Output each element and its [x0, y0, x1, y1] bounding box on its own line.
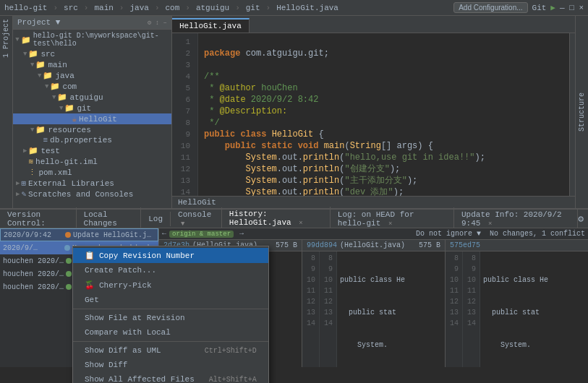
ctx-compare-local[interactable]: Compare with Local [73, 325, 268, 340]
tree-item-hellgit-class[interactable]: ▶ ☕ HelloGit [13, 113, 171, 124]
chevron-down-icon: ▼ [30, 61, 34, 69]
tab-console[interactable]: Console ▼ [171, 207, 222, 231]
diff-code-2[interactable]: public class He public stat System. Syst… [337, 251, 445, 367]
tree-item-ext-libs[interactable]: ▶ ⊞ External Libraries [13, 178, 171, 189]
top-nav-src[interactable]: src [64, 4, 78, 12]
chevron-right-icon: ▶ [16, 179, 20, 187]
ctx-show-diff-uml[interactable]: Show Diff as UML Ctrl+Shift+D [73, 343, 268, 358]
tree-label: main [48, 61, 67, 69]
folder-icon: 📁 [57, 92, 67, 102]
tree-item-test[interactable]: ▶ 📁 test [13, 145, 171, 156]
top-nav-com[interactable]: com [165, 4, 179, 12]
tree-label: com [62, 82, 77, 91]
bottom-right: ⚙ [578, 213, 588, 225]
tree-item-java[interactable]: ▼ 📁 java [13, 70, 171, 81]
ctx-get[interactable]: Get [73, 293, 268, 307]
tree-item-resources[interactable]: ▼ 📁 resources [13, 124, 171, 135]
tree-item-pomxml[interactable]: ▶ ⋮ pom.xml [13, 167, 171, 178]
diff-panel-3-header: 575ed75 [446, 240, 588, 251]
tree-item-scratches[interactable]: ▶ ✎ Scratches and Consoles [13, 189, 171, 199]
tab-update-info[interactable]: Update Info: 2020/9/2 9:45 × [454, 207, 578, 231]
tree-label: test [41, 147, 59, 155]
vcs-date: 2020/9/… [3, 244, 62, 252]
window-controls[interactable]: — □ × [560, 4, 584, 12]
vcs-row-1[interactable]: 2020/9/9:42 Update HelloGit.java [0, 228, 158, 241]
vcs-dot [66, 271, 72, 277]
git-label[interactable]: Git [532, 4, 547, 12]
java-icon: ☕ [72, 114, 77, 124]
tree-item-git[interactable]: ▼ 📁 git [13, 103, 171, 113]
vcs-dot [64, 245, 70, 251]
tree-item-iml[interactable]: ▶ ≋ hello-git.iml [13, 156, 171, 167]
project-icon[interactable]: 1 Project [2, 19, 10, 58]
tree-label: src [41, 50, 55, 59]
diff-code-3[interactable]: public class He public stat System. Syst… [480, 251, 588, 367]
top-nav-atguigu[interactable]: atguigu [196, 4, 229, 12]
tab-log-head[interactable]: Log: on HEAD for hello-git × [331, 207, 454, 231]
diff-panel-2-content: 891011121314 891011121314 public class H… [302, 251, 445, 367]
editor-scrollbar[interactable] [569, 33, 575, 196]
ctx-cherry-pick[interactable]: 🍒 Cherry-Pick [73, 277, 268, 293]
tree-item-main[interactable]: ▼ 📁 main [13, 59, 171, 70]
tab-version-control[interactable]: Version Control: [0, 207, 77, 231]
tree-label: resources [48, 126, 90, 134]
editor-tab-hellgit[interactable]: HelloGit.java [172, 18, 250, 33]
copy-icon: 📋 [85, 251, 95, 260]
top-nav-git[interactable]: git [246, 4, 260, 12]
folder-icon: 📁 [50, 82, 60, 91]
sidebar-header: Project ▼ ⚙ ↕ – [13, 16, 171, 30]
top-nav-hellgit[interactable]: hello-git [4, 4, 47, 12]
cherry-icon: 🍒 [85, 280, 95, 290]
arrow-right-icon[interactable]: → [239, 230, 244, 238]
code-content[interactable]: package com.atguigu.git; /** * @author h… [198, 33, 569, 196]
tab-log[interactable]: Log [141, 212, 171, 226]
ctx-show-file[interactable]: Show File at Revision [73, 311, 268, 325]
project-sidebar: Project ▼ ⚙ ↕ – ▼ 📁 hello-git D:\myworks… [13, 16, 172, 208]
diff-hash-3: 575ed75 [450, 241, 480, 249]
add-config-button[interactable]: Add Configuration... [453, 2, 527, 13]
ctx-copy-revision[interactable]: 📋 Copy Revision Number [73, 248, 268, 263]
no-ignore-selector[interactable]: Do not ignore ▼ [416, 230, 481, 238]
settings-icon[interactable]: ⚙ [578, 213, 584, 225]
ctx-create-patch[interactable]: Create Patch... [73, 263, 268, 277]
tree-item-atguigu[interactable]: ▼ 📁 atguigu [13, 92, 171, 103]
filename-label: HelloGit [178, 198, 216, 207]
scratch-icon: ✎ [21, 189, 26, 199]
folder-icon: 📁 [64, 103, 74, 113]
chevron-down-icon: ▼ [45, 83, 48, 90]
chevron-down-icon: ▼ [59, 105, 63, 112]
tree-item-src[interactable]: ▼ 📁 src [13, 48, 171, 59]
vcs-dot [66, 258, 72, 264]
tab-history-hellgit[interactable]: History: HelloGit.java × [222, 207, 331, 231]
folder-icon: 📁 [35, 125, 46, 134]
tree-item-hellgit-root[interactable]: ▼ 📁 hello-git D:\myworkspace\git-test\he… [13, 31, 171, 48]
arrow-left-icon[interactable]: ← [162, 230, 166, 238]
chevron-down-icon: ▼ [23, 51, 27, 58]
tree-label: pom.xml [38, 168, 72, 177]
ctx-show-diff[interactable]: Show Diff [73, 358, 268, 367]
top-nav-java[interactable]: java [129, 4, 148, 12]
tab-local-changes[interactable]: Local Changes [77, 207, 142, 231]
chevron-down-icon: ▼ [38, 72, 41, 79]
top-bar-right: Add Configuration... Git ▶ — □ × [453, 2, 584, 13]
tree-item-com[interactable]: ▼ 📁 com [13, 81, 171, 92]
structure-label[interactable]: Structure [578, 92, 586, 132]
folder-icon: 📁 [28, 146, 38, 155]
top-nav-main[interactable]: main [94, 4, 113, 12]
run-button[interactable]: ▶ [550, 3, 555, 12]
vcs-date: houchen 2020/… [3, 257, 64, 265]
diff-panel-2-header: 99dd894 (HelloGit.java) 575 B [302, 240, 445, 251]
code-area: 1234 5678 9101112 1314151617 package com… [172, 33, 575, 196]
chevron-down-icon: ▼ [30, 126, 34, 134]
no-changes-label: No changes, 1 conflict [490, 230, 585, 238]
top-nav-hellgit-file[interactable]: HelloGit.java [276, 4, 338, 12]
left-icon-strip: 1 Project [0, 16, 13, 208]
ctx-sep-1 [73, 309, 268, 309]
ctx-sep-2 [73, 341, 268, 342]
tree-item-dbprops[interactable]: ▶ ≡ db.properties [13, 135, 171, 145]
vcs-date: 2020/9/9:42 [4, 231, 63, 239]
diff-panel-2: 99dd894 (HelloGit.java) 575 B 8910111213… [302, 240, 446, 367]
chevron-right-icon: ▶ [23, 147, 27, 155]
vcs-dot [65, 232, 71, 238]
tree-label: hello-git.iml [35, 158, 98, 166]
